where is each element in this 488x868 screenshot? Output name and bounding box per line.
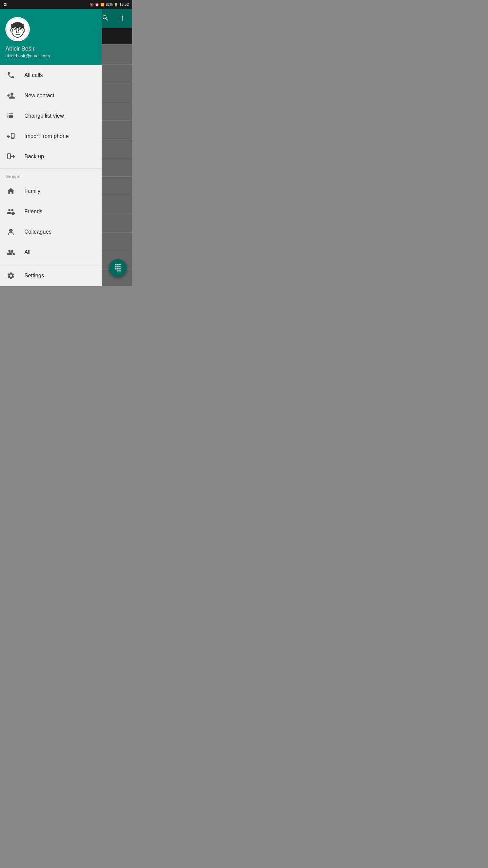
avatar-image [6,18,29,41]
svg-rect-8 [7,117,8,118]
change-list-view-label: Change list view [24,113,64,119]
groups-header: Groups [0,170,102,181]
menu-section-groups: Groups Family + [0,170,102,262]
all-contacts-icon [5,247,16,258]
avatar [5,17,30,41]
divider-groups [0,168,102,169]
new-contact-label: New contact [24,93,54,99]
menu-item-all-calls[interactable]: All calls [0,65,102,85]
signal-icon: 📶 [100,3,104,6]
menu-section-main: All calls New contact [0,65,102,167]
menu-item-back-up[interactable]: Back up [0,146,102,167]
menu-item-settings[interactable]: Settings [0,265,102,286]
view-list-icon [5,111,16,121]
status-bar-left: 🖼 [3,3,7,6]
dialpad-icon [114,264,122,272]
person-add-icon [5,90,16,101]
menu-section-settings: Settings [0,265,102,286]
user-email: abicirbesir@gmail.com [5,53,96,58]
home-icon [5,186,16,197]
search-icon [102,14,109,22]
top-app-bar [102,9,132,28]
battery-percent: 82% [106,3,113,6]
drawer: Abicir Besir abicirbesir@gmail.com All c… [0,9,102,286]
svg-rect-9 [9,117,13,118]
time: 16:52 [119,2,129,6]
all-calls-label: All calls [24,72,43,78]
backup-icon [5,151,16,162]
user-name: Abicir Besir [5,45,96,52]
import-icon [5,131,16,142]
menu-item-colleagues[interactable]: Colleagues [0,222,102,242]
menu-item-all[interactable]: All [0,242,102,262]
menu-item-family[interactable]: Family [0,181,102,201]
divider-settings [0,264,102,264]
settings-label: Settings [24,273,44,279]
menu-item-change-list-view[interactable]: Change list view [0,106,102,126]
status-bar: 🖼 🔇 ⏰ 📶 82% 🔋 16:52 [0,0,132,9]
work-icon [5,226,16,237]
friends-icon: + [5,206,16,217]
battery-icon: 🔋 [114,3,118,6]
menu-item-new-contact[interactable]: New contact [0,85,102,106]
more-vert-icon [119,14,126,22]
settings-gear-icon [5,270,16,281]
svg-point-4 [15,28,16,29]
svg-point-7 [23,28,25,32]
all-label: All [24,249,30,255]
svg-text:+: + [12,213,14,216]
more-options-button[interactable] [117,12,128,25]
svg-point-5 [20,28,21,29]
alarm-icon: ⏰ [95,3,99,6]
content-overlay [102,9,132,286]
status-bar-right: 🔇 ⏰ 📶 82% 🔋 16:52 [89,2,129,6]
svg-point-6 [11,28,13,32]
main-wrapper: Abicir Besir abicirbesir@gmail.com All c… [0,9,132,286]
friends-label: Friends [24,209,42,215]
menu-item-import-from-phone[interactable]: Import from phone [0,126,102,146]
drawer-header: Abicir Besir abicirbesir@gmail.com [0,9,102,65]
phone-icon [5,70,16,81]
colleagues-label: Colleagues [24,229,52,235]
fab-dialpad[interactable] [109,259,127,277]
menu-item-friends[interactable]: + Friends [0,201,102,222]
mute-icon: 🔇 [89,3,94,6]
family-label: Family [24,188,40,194]
screenshot-icon: 🖼 [3,3,7,6]
import-from-phone-label: Import from phone [24,133,69,139]
back-up-label: Back up [24,154,44,160]
